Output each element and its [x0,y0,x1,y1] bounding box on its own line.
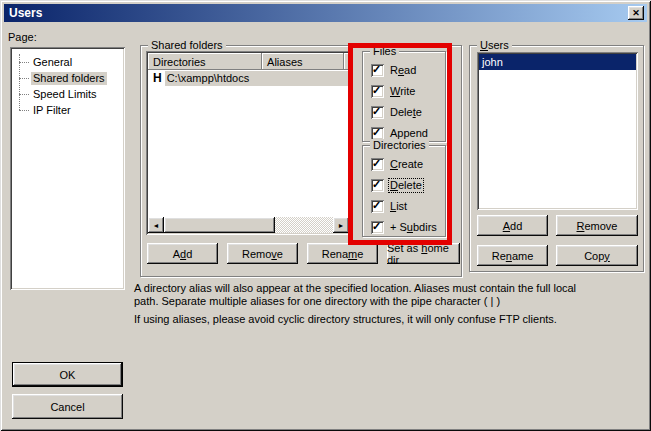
copy-user-button-label: Copy [584,250,610,262]
sidebar-item-label: Speed Limits [31,88,99,101]
rename-user-button-label: Rename [492,250,534,262]
rename-folder-button-label: Rename [322,248,364,260]
sidebar-item-ip-filter[interactable]: IP Filter [10,102,123,118]
scroll-right-button[interactable]: ► [333,217,349,233]
checkbox-write-label: Write [389,85,416,98]
cancel-button[interactable]: Cancel [12,394,123,419]
arrow-right-icon: ► [338,222,345,229]
table-row[interactable]: H C:\xampp\htdocs [148,70,349,86]
files-group: Files Read Write Delete Append [362,51,446,142]
users-dialog: Users ✕ Page: General Shared folders Spe… [0,0,651,431]
checkbox-checked-icon [371,179,384,192]
arrow-left-icon: ◄ [153,222,160,229]
rename-user-button[interactable]: Rename [477,245,548,266]
checkbox-read[interactable]: Read [371,63,417,77]
page-label: Page: [8,31,37,43]
alias-description-line1: A directory alias will also appear at th… [134,282,576,294]
users-group-label: Users [477,39,512,52]
home-flag: H [148,71,165,85]
files-group-label: Files [370,45,399,58]
close-icon: ✕ [632,8,640,18]
sidebar-item-speed-limits[interactable]: Speed Limits [10,86,123,102]
add-user-button-label: Add [503,220,523,232]
cancel-button-label: Cancel [50,401,84,413]
column-header-filler [344,53,349,70]
checkbox-delete-files-label: Delete [389,106,423,119]
checkbox-write[interactable]: Write [371,84,416,98]
rename-folder-button[interactable]: Rename [307,243,378,264]
ok-button[interactable]: OK [12,362,123,387]
remove-user-button[interactable]: Remove [556,215,638,236]
set-as-home-dir-button[interactable]: Set as home dir [387,243,460,264]
checkbox-checked-icon [371,200,384,213]
checkbox-append[interactable]: Append [371,126,429,140]
checkbox-checked-icon [371,85,384,98]
window-title: Users [9,6,42,20]
remove-folder-button-label: Remove [242,248,283,260]
checkbox-subdirs-label: + Subdirs [389,221,438,234]
shared-folders-listview: Directories Aliases H C:\xampp\htdocs ◄ … [146,51,351,235]
add-folder-button[interactable]: Add [147,243,218,264]
checkbox-list-label: List [389,200,408,213]
checkbox-delete-files[interactable]: Delete [371,105,423,119]
checkbox-delete-dirs[interactable]: Delete [371,178,423,192]
checkbox-create-label: Create [389,158,424,171]
checkbox-read-label: Read [389,64,417,77]
page-listbox: General Shared folders Speed Limits IP F… [10,47,125,290]
add-user-button[interactable]: Add [477,215,548,236]
checkbox-checked-icon [371,127,384,140]
alias-warning-line: If using aliases, please avoid cyclic di… [134,313,557,325]
checkbox-checked-icon [371,158,384,171]
checkbox-checked-icon [371,106,384,119]
directories-group-label: Directories [370,139,429,152]
set-as-home-dir-button-label: Set as home dir [387,242,460,266]
add-folder-button-label: Add [173,248,193,260]
copy-user-button[interactable]: Copy [556,245,638,266]
alias-description-line2: path. Separate multiple aliases for one … [134,295,500,307]
scroll-left-button[interactable]: ◄ [148,217,164,233]
remove-folder-button[interactable]: Remove [227,243,298,264]
column-header-directories[interactable]: Directories [148,53,262,70]
checkbox-list[interactable]: List [371,199,408,213]
scrollbar-thumb[interactable] [164,217,275,233]
ok-button-label: OK [60,369,76,381]
checkbox-create[interactable]: Create [371,157,424,171]
close-button[interactable]: ✕ [628,6,644,20]
sidebar-item-label: General [31,56,74,69]
sidebar-item-general[interactable]: General [10,54,123,70]
directories-group: Directories Create Delete List + Subdirs [362,145,446,237]
sidebar-item-label: IP Filter [31,104,73,117]
titlebar: Users ✕ [4,4,647,22]
directory-cell: C:\xampp\htdocs [165,71,349,86]
remove-user-button-label: Remove [577,220,618,232]
checkbox-subdirs[interactable]: + Subdirs [371,220,438,234]
checkbox-checked-icon [371,221,384,234]
checkbox-append-label: Append [389,127,429,140]
horizontal-scrollbar[interactable]: ◄ ► [148,217,349,233]
column-header-aliases[interactable]: Aliases [262,53,344,70]
listview-body: H C:\xampp\htdocs [148,70,349,217]
checkbox-delete-dirs-label: Delete [389,179,423,192]
sidebar-item-shared-folders[interactable]: Shared folders [10,70,123,86]
sidebar-item-label: Shared folders [31,72,107,85]
checkbox-checked-icon [371,64,384,77]
users-listbox: john [477,52,638,210]
list-item-user-john[interactable]: john [479,54,636,70]
listview-header: Directories Aliases [148,53,349,70]
